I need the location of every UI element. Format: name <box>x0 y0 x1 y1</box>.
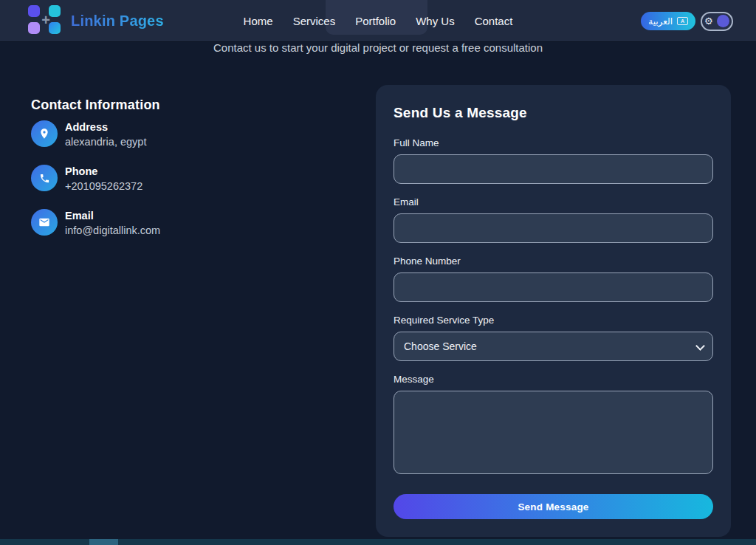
contact-item-label: Phone <box>65 165 142 177</box>
nav-actions: العربية A ⚙ <box>641 0 733 42</box>
nav-links: Home Services Portfolio Why Us Contact <box>244 0 513 42</box>
settings-toggle[interactable]: ⚙ <box>701 12 733 31</box>
logo-square-top-right <box>49 5 61 17</box>
message-label: Message <box>394 374 713 385</box>
contact-item-value: alexandria, egypt <box>65 136 146 148</box>
service-type-select-wrap: Choose Service <box>394 332 713 361</box>
phone-number-label: Phone Number <box>394 256 713 267</box>
page-subtitle: Contact us to start your digital project… <box>0 41 756 54</box>
contact-item-phone: Phone +201095262372 <box>31 165 341 192</box>
nav-item-contact[interactable]: Contact <box>475 15 513 27</box>
email-label: Email <box>394 196 713 208</box>
contact-form-card: Send Us a Message Full Name Email Phone … <box>376 85 731 537</box>
logo-square-bottom-left <box>28 22 40 34</box>
service-type-label: Required Service Type <box>394 315 713 326</box>
full-name-input[interactable] <box>394 154 713 184</box>
contact-item-email: Email info@digitallink.com <box>31 209 341 236</box>
service-type-select[interactable]: Choose Service <box>394 332 713 361</box>
envelope-icon <box>31 209 58 236</box>
footer-strip <box>0 539 756 545</box>
contact-item-value: info@digitallink.com <box>65 224 160 236</box>
contact-item-value: +201095262372 <box>65 180 142 192</box>
nav-item-portfolio[interactable]: Portfolio <box>355 15 396 27</box>
brand-name: Linkin Pages <box>71 13 164 30</box>
location-pin-icon <box>31 120 58 147</box>
phone-number-input[interactable] <box>394 272 713 302</box>
contact-item-text: Address alexandria, egypt <box>65 120 146 148</box>
nav-item-services[interactable]: Services <box>293 15 336 27</box>
toggle-knob <box>717 15 729 27</box>
footer-strip-segment <box>89 539 118 545</box>
contact-info-title: Contact Information <box>31 97 341 113</box>
translate-icon: A <box>677 17 688 25</box>
logo-plus-icon: + <box>41 13 50 27</box>
logo-square-bottom-right <box>49 22 61 34</box>
language-label: العربية <box>648 16 673 27</box>
full-name-label: Full Name <box>394 137 713 148</box>
contact-item-text: Email info@digitallink.com <box>65 209 160 236</box>
email-input[interactable] <box>394 213 713 243</box>
contact-item-label: Email <box>65 210 160 222</box>
brand-logo-icon: + <box>28 5 63 36</box>
send-message-button[interactable]: Send Message <box>394 494 713 519</box>
phone-icon <box>31 165 58 191</box>
navbar: + Linkin Pages Home Services Portfolio W… <box>0 0 756 42</box>
contact-item-label: Address <box>65 121 146 133</box>
contact-item-text: Phone +201095262372 <box>65 165 142 192</box>
message-textarea[interactable] <box>394 391 713 474</box>
nav-item-home[interactable]: Home <box>244 15 273 27</box>
brand[interactable]: + Linkin Pages <box>28 5 164 36</box>
contact-item-address: Address alexandria, egypt <box>31 120 341 148</box>
language-switch-button[interactable]: العربية A <box>641 12 695 30</box>
form-title: Send Us a Message <box>394 105 713 121</box>
logo-square-top-left <box>28 5 40 17</box>
nav-item-why-us[interactable]: Why Us <box>416 15 455 27</box>
contact-info-section: Contact Information Address alexandria, … <box>31 97 341 253</box>
gear-icon: ⚙ <box>704 16 713 26</box>
